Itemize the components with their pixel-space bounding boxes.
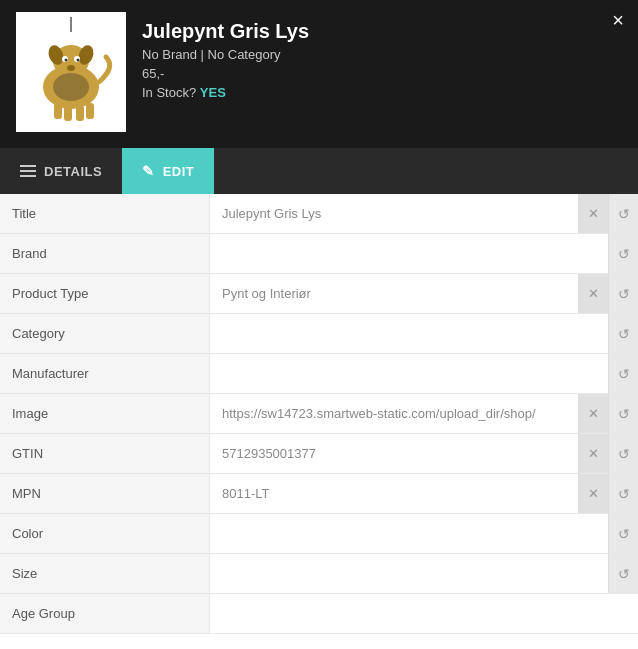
history-button-image[interactable]: ↺ (608, 394, 638, 433)
field-label-brand: Brand (0, 234, 210, 273)
clear-button-mpn[interactable]: ✕ (578, 474, 608, 513)
field-value-gtin: 5712935001377 (210, 434, 578, 473)
close-button[interactable]: × (612, 10, 624, 30)
svg-rect-11 (64, 105, 72, 121)
history-icon: ↺ (618, 486, 630, 502)
product-meta: No Brand | No Category (142, 47, 309, 62)
clear-button-image[interactable]: ✕ (578, 394, 608, 433)
product-title: Julepynt Gris Lys (142, 20, 309, 43)
history-button-mpn[interactable]: ↺ (608, 474, 638, 513)
field-value-category (210, 314, 608, 353)
field-label-mpn: MPN (0, 474, 210, 513)
pencil-icon: ✎ (142, 163, 155, 179)
svg-rect-12 (76, 105, 84, 121)
field-label-size: Size (0, 554, 210, 593)
svg-rect-10 (54, 103, 62, 119)
field-row-age_group: Age Group (0, 594, 638, 634)
hamburger-icon (20, 165, 36, 177)
field-row-category: Category↺ (0, 314, 638, 354)
history-icon: ↺ (618, 326, 630, 342)
svg-point-7 (65, 59, 68, 62)
tab-edit-label: EDIT (163, 164, 195, 179)
field-actions-color: ↺ (608, 514, 638, 553)
tab-edit[interactable]: ✎ EDIT (122, 148, 214, 194)
field-actions-title: ✕↺ (578, 194, 638, 233)
history-icon: ↺ (618, 286, 630, 302)
field-actions-gtin: ✕↺ (578, 434, 638, 473)
product-price: 65,- (142, 66, 309, 81)
field-value-product_type: Pynt og Interiør (210, 274, 578, 313)
field-label-manufacturer: Manufacturer (0, 354, 210, 393)
field-row-image: Imagehttps://sw14723.smartweb-static.com… (0, 394, 638, 434)
field-value-age_group (210, 594, 638, 633)
stock-value: YES (200, 85, 226, 100)
product-header: Julepynt Gris Lys No Brand | No Category… (0, 0, 638, 148)
clear-button-title[interactable]: ✕ (578, 194, 608, 233)
tabs-bar: DETAILS ✎ EDIT (0, 148, 638, 194)
history-button-title[interactable]: ↺ (608, 194, 638, 233)
field-value-mpn: 8011-LT (210, 474, 578, 513)
field-actions-product_type: ✕↺ (578, 274, 638, 313)
clear-icon: ✕ (588, 206, 599, 221)
tab-details[interactable]: DETAILS (0, 148, 122, 194)
field-value-image: https://sw14723.smartweb-static.com/uplo… (210, 394, 578, 433)
clear-icon: ✕ (588, 406, 599, 421)
field-actions-size: ↺ (608, 554, 638, 593)
field-value-manufacturer (210, 354, 608, 393)
field-label-title: Title (0, 194, 210, 233)
tab-details-label: DETAILS (44, 164, 102, 179)
clear-icon: ✕ (588, 446, 599, 461)
history-button-gtin[interactable]: ↺ (608, 434, 638, 473)
clear-icon: ✕ (588, 486, 599, 501)
field-label-image: Image (0, 394, 210, 433)
svg-point-8 (77, 59, 80, 62)
field-row-size: Size↺ (0, 554, 638, 594)
clear-icon: ✕ (588, 286, 599, 301)
svg-point-14 (53, 73, 89, 101)
field-actions-mpn: ✕↺ (578, 474, 638, 513)
product-info: Julepynt Gris Lys No Brand | No Category… (142, 12, 309, 100)
field-actions-brand: ↺ (608, 234, 638, 273)
field-row-brand: Brand↺ (0, 234, 638, 274)
field-label-category: Category (0, 314, 210, 353)
product-image (16, 12, 126, 132)
history-button-category[interactable]: ↺ (608, 314, 638, 353)
history-button-product_type[interactable]: ↺ (608, 274, 638, 313)
stock-label: In Stock? (142, 85, 196, 100)
svg-point-9 (67, 65, 75, 71)
history-icon: ↺ (618, 206, 630, 222)
field-label-age_group: Age Group (0, 594, 210, 633)
field-value-color (210, 514, 608, 553)
field-actions-category: ↺ (608, 314, 638, 353)
field-actions-manufacturer: ↺ (608, 354, 638, 393)
history-icon: ↺ (618, 406, 630, 422)
field-value-size (210, 554, 608, 593)
history-button-brand[interactable]: ↺ (608, 234, 638, 273)
clear-button-gtin[interactable]: ✕ (578, 434, 608, 473)
fields-container: TitleJulepynt Gris Lys✕↺Brand↺Product Ty… (0, 194, 638, 634)
field-value-title: Julepynt Gris Lys (210, 194, 578, 233)
field-row-title: TitleJulepynt Gris Lys✕↺ (0, 194, 638, 234)
clear-button-product_type[interactable]: ✕ (578, 274, 608, 313)
field-actions-image: ✕↺ (578, 394, 638, 433)
field-row-manufacturer: Manufacturer↺ (0, 354, 638, 394)
history-button-color[interactable]: ↺ (608, 514, 638, 553)
history-icon: ↺ (618, 366, 630, 382)
history-icon: ↺ (618, 246, 630, 262)
product-stock: In Stock? YES (142, 85, 309, 100)
field-label-color: Color (0, 514, 210, 553)
history-icon: ↺ (618, 526, 630, 542)
history-button-manufacturer[interactable]: ↺ (608, 354, 638, 393)
field-label-gtin: GTIN (0, 434, 210, 473)
svg-rect-13 (86, 103, 94, 119)
field-row-gtin: GTIN5712935001377✕↺ (0, 434, 638, 474)
field-value-brand (210, 234, 608, 273)
history-icon: ↺ (618, 566, 630, 582)
fields-scroll-area: TitleJulepynt Gris Lys✕↺Brand↺Product Ty… (0, 194, 638, 649)
field-label-product_type: Product Type (0, 274, 210, 313)
history-icon: ↺ (618, 446, 630, 462)
field-row-color: Color↺ (0, 514, 638, 554)
field-row-product_type: Product TypePynt og Interiør✕↺ (0, 274, 638, 314)
history-button-size[interactable]: ↺ (608, 554, 638, 593)
field-row-mpn: MPN8011-LT✕↺ (0, 474, 638, 514)
